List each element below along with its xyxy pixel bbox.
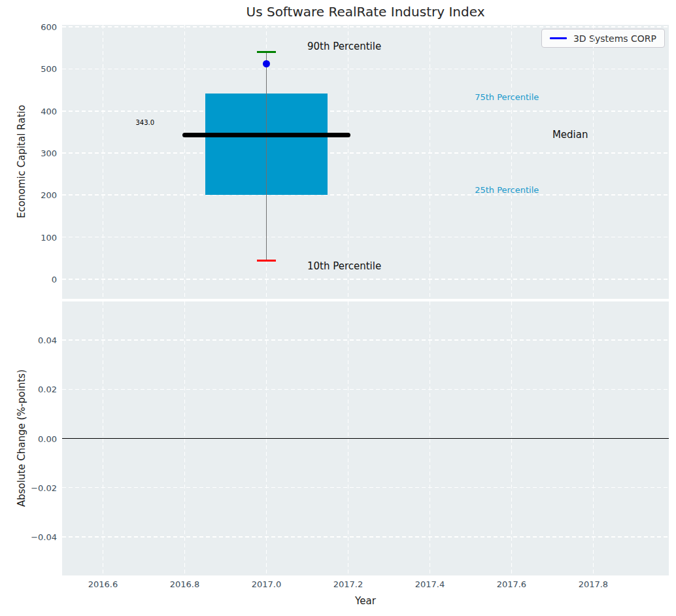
p10-label: 10th Percentile [307, 260, 381, 272]
boxplot-axes: 3D Systems CORP 343.090th Percentile75th… [62, 25, 669, 299]
x-gridline [348, 25, 349, 299]
y-gridline [62, 389, 669, 390]
x-tick-label: 2017.4 [400, 579, 459, 589]
y-gridline [62, 487, 669, 488]
x-tick-label: 2016.8 [155, 579, 214, 589]
legend-line-sample [550, 37, 567, 39]
company-point [263, 60, 270, 67]
y-tick-label: 0.00 [0, 434, 57, 443]
y-gridline [62, 152, 669, 154]
chart-title: Us Software RealRate Industry Index [62, 4, 669, 20]
y-gridline [62, 536, 669, 538]
y-tick-label: 0 [0, 274, 57, 284]
x-tick-label: 2017.0 [237, 579, 296, 589]
cap-10th-percentile [257, 260, 276, 262]
x-gridline [103, 25, 104, 299]
x-tick-label: 2016.6 [73, 579, 132, 589]
median-line [182, 133, 350, 137]
x-gridline [184, 25, 186, 299]
legend-label: 3D Systems CORP [573, 33, 656, 44]
y-tick-label: 600 [0, 22, 57, 32]
change-axes [62, 301, 669, 575]
x-gridline [430, 25, 431, 299]
y-tick-label: 500 [0, 64, 57, 74]
p90-label: 90th Percentile [307, 41, 381, 52]
y-tick-label: 0.04 [0, 335, 57, 345]
median-value-label: 343.0 [135, 119, 154, 126]
x-tick-label: 2017.2 [318, 579, 377, 589]
p25-label: 25th Percentile [475, 184, 539, 194]
p75-label: 75th Percentile [475, 92, 539, 101]
figure: Us Software RealRate Industry Index Econ… [0, 0, 676, 616]
zero-line [62, 438, 669, 439]
y-gridline [62, 111, 669, 112]
y-tick-label: −0.04 [0, 532, 57, 541]
y-tick-label: −0.02 [0, 483, 57, 492]
cap-90th-percentile [257, 51, 276, 53]
x-axis-label: Year [62, 595, 669, 607]
median-label: Median [552, 129, 588, 141]
y-gridline [62, 194, 669, 196]
y-tick-label: 0.02 [0, 385, 57, 394]
y-tick-label: 300 [0, 148, 57, 158]
x-gridline [511, 25, 513, 299]
y-gridline [62, 339, 669, 341]
x-tick-label: 2017.8 [564, 579, 622, 589]
y-gridline [62, 279, 669, 280]
x-gridline [593, 25, 594, 299]
y-gridline [62, 237, 669, 238]
legend: 3D Systems CORP [541, 29, 665, 48]
y-gridline [62, 26, 669, 27]
y-axis-label-top: Economic Capital Ratio [16, 105, 27, 218]
y-tick-label: 400 [0, 106, 57, 116]
y-tick-label: 200 [0, 190, 57, 200]
y-gridline [62, 69, 669, 70]
x-tick-label: 2017.6 [482, 579, 541, 589]
whisker-line [266, 52, 267, 261]
y-tick-label: 100 [0, 232, 57, 242]
